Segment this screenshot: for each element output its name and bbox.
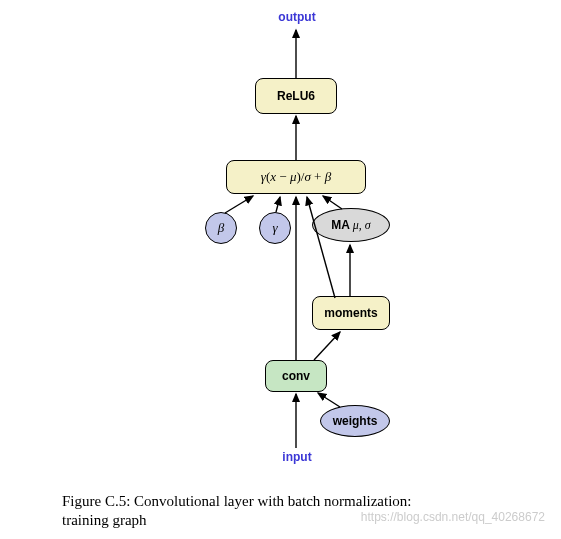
svg-line-9 (318, 393, 340, 407)
svg-line-8 (314, 332, 340, 360)
output-label: output (272, 10, 322, 24)
bn-formula: γ(x − μ)/σ + β (261, 169, 331, 185)
gamma-param-node: γ (259, 212, 291, 244)
relu6-text: ReLU6 (277, 89, 315, 103)
ma-text: MA μ, σ (331, 218, 371, 233)
gamma-symbol: γ (272, 220, 277, 236)
input-label: input (272, 450, 322, 464)
conv-text: conv (282, 369, 310, 383)
batchnorm-formula-node: γ(x − μ)/σ + β (226, 160, 366, 194)
svg-line-3 (276, 197, 280, 212)
beta-param-node: β (205, 212, 237, 244)
svg-line-4 (323, 196, 342, 209)
moving-average-node: MA μ, σ (312, 208, 390, 242)
weights-node: weights (320, 405, 390, 437)
svg-line-2 (225, 196, 253, 213)
conv-node: conv (265, 360, 327, 392)
beta-symbol: β (218, 220, 224, 236)
moments-text: moments (324, 306, 377, 320)
weights-text: weights (333, 414, 378, 428)
relu6-node: ReLU6 (255, 78, 337, 114)
watermark-text: https://blog.csdn.net/qq_40268672 (361, 510, 545, 524)
moments-node: moments (312, 296, 390, 330)
